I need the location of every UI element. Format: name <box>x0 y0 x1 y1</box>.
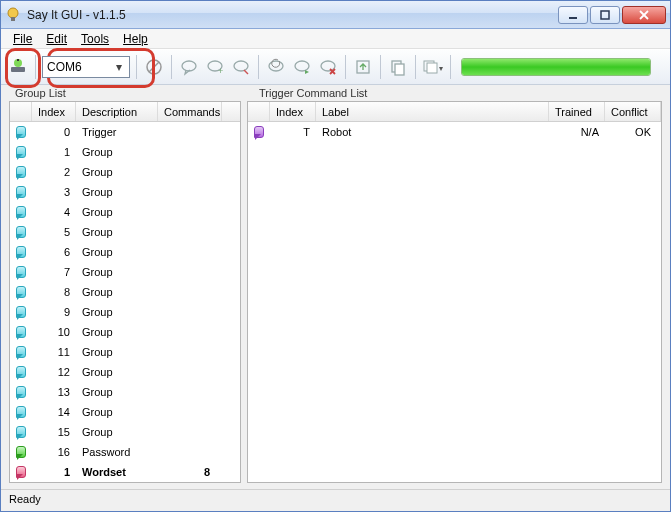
menu-edit[interactable]: Edit <box>40 30 73 48</box>
table-row[interactable]: 1Wordset8 <box>10 462 240 482</box>
speech-add-icon[interactable]: + <box>204 56 226 78</box>
speech-play-icon[interactable] <box>291 56 313 78</box>
cell-description: Group <box>76 386 158 398</box>
app-icon <box>5 7 21 23</box>
separator <box>345 55 346 79</box>
table-row[interactable]: 15Group <box>10 422 240 442</box>
cell-description: Group <box>76 146 158 158</box>
separator <box>415 55 416 79</box>
cell-index: 1 <box>32 146 76 158</box>
cell-index: 8 <box>32 286 76 298</box>
cell-description: Group <box>76 306 158 318</box>
connect-icon[interactable] <box>7 56 29 78</box>
separator <box>136 55 137 79</box>
table-row[interactable]: 9Group <box>10 302 240 322</box>
table-row[interactable]: TRobotN/AOK <box>248 122 661 142</box>
cards-dropdown-icon[interactable]: ▾ <box>422 56 444 78</box>
table-row[interactable]: 4Group <box>10 202 240 222</box>
cell-index: 11 <box>32 346 76 358</box>
speech-bubble-icon <box>16 286 26 298</box>
table-row[interactable]: 1Group <box>10 142 240 162</box>
trigger-list-panel: Index Label Trained Conflict TRobotN/AOK <box>247 101 662 483</box>
cell-description: Group <box>76 426 158 438</box>
statusbar: Ready <box>1 489 670 511</box>
group-list-header: Index Description Commands <box>10 102 240 122</box>
svg-point-19 <box>321 61 335 71</box>
col-label[interactable]: Label <box>316 102 549 121</box>
copy-icon[interactable] <box>387 56 409 78</box>
speech-bubble-icon <box>16 126 26 138</box>
cell-index: 2 <box>32 166 76 178</box>
table-row[interactable]: 11Group <box>10 342 240 362</box>
col-conflict[interactable]: Conflict <box>605 102 661 121</box>
col-icon[interactable] <box>248 102 270 121</box>
group-list-panel: Index Description Commands 0Trigger1Grou… <box>9 101 241 483</box>
col-icon[interactable] <box>10 102 32 121</box>
speech-icon[interactable] <box>178 56 200 78</box>
svg-line-10 <box>149 62 159 72</box>
table-row[interactable]: 2Group <box>10 162 240 182</box>
cell-description: Password <box>76 446 158 458</box>
svg-rect-8 <box>17 59 19 61</box>
col-index[interactable]: Index <box>270 102 316 121</box>
svg-point-16 <box>269 61 283 71</box>
cell-index: 12 <box>32 366 76 378</box>
cell-description: Group <box>76 346 158 358</box>
table-row[interactable]: 5Group <box>10 222 240 242</box>
port-combo[interactable]: COM6 ▾ <box>42 56 130 78</box>
col-index[interactable]: Index <box>32 102 76 121</box>
cell-description: Group <box>76 286 158 298</box>
speech-delete-icon[interactable] <box>317 56 339 78</box>
menu-help[interactable]: Help <box>117 30 154 48</box>
window: Say It GUI - v1.1.5 File Edit Tools Help… <box>0 0 671 512</box>
menu-file[interactable]: File <box>7 30 38 48</box>
col-description[interactable]: Description <box>76 102 158 121</box>
cell-description: Wordset <box>76 466 158 478</box>
cell-conflict: OK <box>605 126 661 138</box>
table-row[interactable]: 8Group <box>10 282 240 302</box>
status-text: Ready <box>9 493 41 505</box>
speech-clear-icon[interactable] <box>230 56 252 78</box>
table-row[interactable]: 0Trigger <box>10 122 240 142</box>
table-row[interactable]: 6Group <box>10 242 240 262</box>
speech-bubble-icon <box>16 346 26 358</box>
speech-bubble-icon <box>16 306 26 318</box>
cell-index: 0 <box>32 126 76 138</box>
speech-bubble-icon <box>16 186 26 198</box>
speech-bubble-icon <box>16 386 26 398</box>
cell-description: Group <box>76 266 158 278</box>
panels: Index Description Commands 0Trigger1Grou… <box>1 101 670 489</box>
cell-index: T <box>270 126 316 138</box>
titlebar: Say It GUI - v1.1.5 <box>1 1 670 29</box>
cell-index: 7 <box>32 266 76 278</box>
table-row[interactable]: 14Group <box>10 402 240 422</box>
progress-bar <box>461 58 651 76</box>
svg-point-0 <box>8 8 18 18</box>
col-trained[interactable]: Trained <box>549 102 605 121</box>
table-row[interactable]: 10Group <box>10 322 240 342</box>
cell-description: Group <box>76 226 158 238</box>
cell-trained: N/A <box>549 126 605 138</box>
close-button[interactable] <box>622 6 666 24</box>
table-row[interactable]: 16Password <box>10 442 240 462</box>
svg-point-11 <box>182 61 196 71</box>
table-row[interactable]: 13Group <box>10 382 240 402</box>
speech-refresh-icon[interactable] <box>265 56 287 78</box>
upload-icon[interactable] <box>352 56 374 78</box>
col-commands[interactable]: Commands <box>158 102 222 121</box>
cell-index: 5 <box>32 226 76 238</box>
forbidden-icon[interactable] <box>143 56 165 78</box>
table-row[interactable]: 12Group <box>10 362 240 382</box>
cell-description: Group <box>76 206 158 218</box>
cell-description: Group <box>76 366 158 378</box>
table-row[interactable]: 7Group <box>10 262 240 282</box>
table-row[interactable]: 3Group <box>10 182 240 202</box>
cell-index: 14 <box>32 406 76 418</box>
minimize-button[interactable] <box>558 6 588 24</box>
svg-point-14 <box>234 61 248 71</box>
menu-tools[interactable]: Tools <box>75 30 115 48</box>
window-controls <box>558 6 666 24</box>
maximize-button[interactable] <box>590 6 620 24</box>
speech-bubble-icon <box>16 366 26 378</box>
cell-description: Group <box>76 246 158 258</box>
